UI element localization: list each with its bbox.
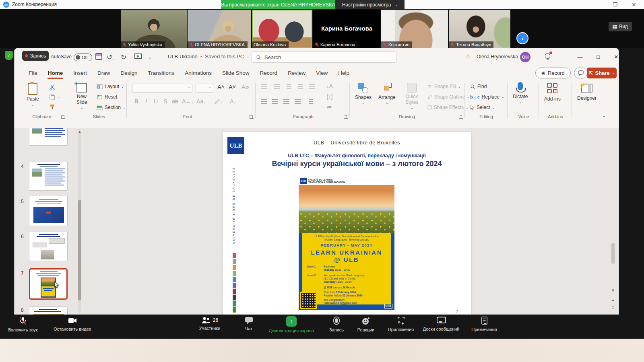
apps-button[interactable]: Приложения	[386, 316, 416, 332]
align-right-button[interactable]	[283, 99, 289, 104]
decrease-indent-button[interactable]	[287, 84, 291, 89]
slide-thumbnail-3[interactable]	[29, 128, 68, 146]
line-spacing-button[interactable]	[309, 84, 315, 89]
highlight-color-button[interactable]: 🖉⌄	[214, 98, 223, 105]
video-tile-kostiantyn[interactable]: Костянтин	[381, 10, 448, 48]
align-center-button[interactable]	[272, 99, 278, 104]
font-dialog-launcher[interactable]	[250, 115, 254, 119]
font-name-combo[interactable]	[132, 84, 192, 93]
shape-effects-button[interactable]: ❑Shape Effects⌄	[427, 105, 469, 110]
tab-home[interactable]: Home	[43, 67, 68, 79]
bullets-button[interactable]	[261, 84, 267, 89]
tab-view[interactable]: View	[311, 67, 333, 79]
document-title[interactable]: ULB Ukraine • Saved to this PC ⌄	[168, 53, 250, 60]
tab-help[interactable]: Help	[333, 67, 355, 79]
ppt-minimize-button[interactable]: —	[574, 51, 586, 62]
section-button[interactable]: Section⌄	[97, 105, 126, 110]
record-button[interactable]: ◉Record	[535, 68, 571, 78]
tab-slideshow[interactable]: Slide Show	[217, 67, 255, 79]
undo-icon[interactable]: ↺⌄	[107, 53, 115, 62]
clear-formatting-button[interactable]: A⌀	[241, 84, 250, 90]
record-meeting-button[interactable]: Запись	[324, 316, 349, 332]
format-painter-button[interactable]	[49, 104, 55, 110]
slide-thumbnail-4[interactable]	[29, 162, 68, 191]
paste-button[interactable]: Paste⌄	[27, 83, 39, 107]
unmute-button[interactable]: Включить звук	[6, 316, 40, 332]
font-color-button[interactable]: A⌄	[229, 98, 237, 105]
next-slide-button[interactable]: ⌃⌃	[611, 306, 615, 311]
copy-button[interactable]: ⌄	[49, 94, 60, 100]
tab-file[interactable]: File	[23, 67, 43, 79]
next-participants-button[interactable]: ›	[516, 32, 528, 44]
justify-button[interactable]	[295, 99, 301, 104]
dictate-button[interactable]: Dictate⌄	[513, 82, 528, 104]
share-button[interactable]: ⇱Share⌄	[587, 68, 617, 78]
stop-video-button[interactable]: Остановить видео	[48, 316, 97, 331]
previous-slide-button[interactable]: ▲	[611, 298, 615, 302]
paragraph-dialog-launcher[interactable]	[344, 115, 348, 119]
tab-insert[interactable]: Insert	[68, 67, 92, 79]
change-case-button[interactable]: Aa⌄	[196, 98, 205, 105]
save-icon[interactable]	[95, 53, 102, 60]
shadow-button[interactable]: S	[161, 98, 170, 105]
drawing-dialog-launcher[interactable]	[459, 115, 463, 119]
increase-indent-button[interactable]	[298, 84, 303, 89]
layout-button[interactable]: Layout⌄	[97, 84, 124, 89]
shrink-font-button[interactable]: A˅	[228, 84, 237, 90]
share-screen-button[interactable]: ↑ Демонстрация экрана	[265, 316, 318, 333]
tab-animations[interactable]: Animations	[180, 67, 217, 79]
reactions-button[interactable]: Реакции	[353, 316, 379, 332]
customize-qat-icon[interactable]: ⌄	[148, 55, 152, 60]
minimize-button[interactable]: —	[589, 1, 603, 8]
shape-outline-button[interactable]: 🖊Shape Outline⌄	[427, 94, 470, 100]
font-size-combo[interactable]	[196, 84, 213, 93]
grow-font-button[interactable]: A˄	[217, 84, 225, 90]
arrange-button[interactable]: Arrange⌄	[378, 83, 396, 105]
whiteboards-button[interactable]: Доски сообщений	[422, 316, 460, 331]
view-button[interactable]: Вид	[609, 22, 632, 31]
addins-button[interactable]: Add-ins	[544, 83, 561, 102]
search-box[interactable]: Search	[252, 51, 396, 63]
replace-button[interactable]: b↔c Replace⌄	[470, 94, 504, 100]
quick-styles-button[interactable]: Quick Styles⌄	[402, 83, 421, 110]
tab-record[interactable]: Record	[254, 67, 283, 79]
account-name[interactable]: Olena Hryhorevska	[477, 54, 518, 60]
columns-button[interactable]	[309, 99, 313, 104]
shapes-button[interactable]: Shapes⌄	[355, 83, 372, 105]
tab-transitions[interactable]: Transitions	[143, 67, 180, 79]
scroll-down-button[interactable]: ▼	[611, 288, 615, 292]
close-button[interactable]: ✕	[627, 1, 641, 8]
reset-button[interactable]: Reset	[97, 94, 117, 100]
video-tile-karina[interactable]: Карина Богачова Карина Богачова	[313, 10, 380, 48]
clipboard-dialog-launcher[interactable]	[61, 115, 65, 119]
start-slideshow-icon[interactable]	[134, 53, 142, 59]
tab-review[interactable]: Review	[283, 67, 311, 79]
bold-button[interactable]: B	[132, 98, 141, 105]
video-tile-olena[interactable]: OLENA HRYHOREVSKA	[188, 10, 251, 48]
cut-button[interactable]	[49, 84, 55, 90]
numbering-button[interactable]	[274, 84, 280, 89]
participants-button[interactable]: 26 Участники	[192, 316, 227, 331]
tab-design[interactable]: Design	[116, 67, 143, 79]
redo-icon[interactable]: ↻	[121, 53, 126, 62]
avatar[interactable]: OH	[520, 52, 530, 62]
thumbnail-scroll-thumb[interactable]	[78, 200, 81, 300]
video-tile-oksana[interactable]: Oksana Kozlova	[252, 10, 312, 48]
video-tile-tetiana[interactable]: Тетяна Видайчук	[449, 10, 510, 48]
main-scroll-thumb[interactable]	[611, 243, 615, 264]
designer-button[interactable]: Designer	[577, 84, 597, 101]
scroll-up-arrow[interactable]: ▲	[78, 130, 81, 134]
slide-thumbnail-5[interactable]	[29, 196, 68, 226]
text-direction-button[interactable]: ↓A	[325, 83, 334, 89]
antivirus-shield-icon[interactable]: ✓	[5, 51, 13, 60]
slide-thumbnail-7-selected[interactable]	[29, 268, 68, 300]
chat-button[interactable]: Чат	[237, 316, 261, 331]
video-tile-yuliia[interactable]: Yuliia Vyshnytska	[121, 10, 187, 48]
view-settings-button[interactable]: Настройки просмотра⌄	[335, 0, 405, 9]
warning-icon[interactable]: ⚠	[465, 53, 471, 60]
underline-button[interactable]: U	[151, 98, 160, 105]
ppt-close-button[interactable]: ✕	[610, 51, 623, 62]
align-left-button[interactable]	[261, 99, 267, 104]
notes-button[interactable]: Примечания	[466, 316, 502, 332]
character-spacing-button[interactable]: A↔⌄	[182, 98, 191, 105]
